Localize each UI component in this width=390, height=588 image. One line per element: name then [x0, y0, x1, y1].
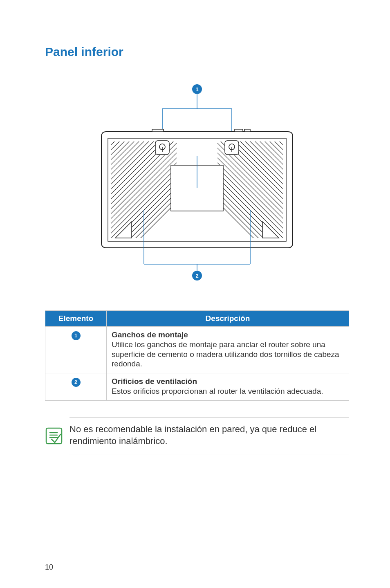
note-text: No es recomendable la instalación en par…: [69, 417, 349, 455]
page-footer: 10: [0, 558, 390, 572]
th-element: Elemento: [45, 311, 107, 327]
section-title: Panel inferior: [45, 45, 349, 59]
bottom-panel-diagram: 1: [91, 83, 303, 282]
svg-rect-64: [235, 129, 243, 132]
row-body: Estos orificios proporcionan al router l…: [112, 387, 323, 395]
row-body: Utilice los ganchos de montaje para ancl…: [112, 340, 339, 368]
row-badge: 1: [72, 331, 81, 340]
note-icon: [45, 417, 69, 455]
svg-rect-63: [152, 129, 164, 132]
row-title: Orificios de ventilación: [112, 377, 344, 386]
svg-rect-65: [244, 129, 250, 132]
mounting-hook-left: [155, 141, 169, 155]
table-row: 1 Ganchos de montaje Utilice los ganchos…: [45, 327, 349, 373]
row-badge: 2: [72, 378, 81, 387]
diagram-container: 1: [45, 83, 349, 282]
th-description: Descripción: [107, 311, 349, 327]
callout-2-label: 2: [195, 273, 198, 279]
description-table: Elemento Descripción 1 Ganchos de montaj…: [45, 310, 349, 401]
row-title: Ganchos de montaje: [112, 330, 344, 340]
page-number: 10: [45, 563, 349, 572]
note-box: No es recomendable la instalación en par…: [45, 417, 349, 455]
table-row: 2 Orificios de ventilación Estos orifici…: [45, 373, 349, 401]
callout-1-label: 1: [195, 86, 198, 92]
mounting-hook-right: [225, 141, 239, 155]
